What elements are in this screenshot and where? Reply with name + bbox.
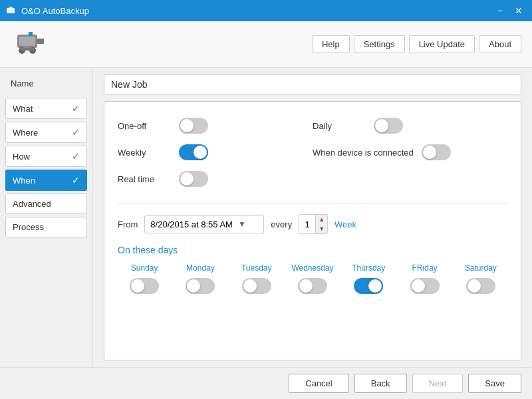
schedule-grid: One-off Weekly [118,112,507,203]
tuesday-toggle[interactable] [242,278,271,294]
date-select[interactable]: 8/20/2015 at 8:55 AM ▼ [144,215,264,233]
real-time-row: Real time [118,166,313,192]
sidebar-item-what-label: What [13,104,33,114]
spinner-value: 1 [299,217,315,232]
usb-logo-icon [14,28,47,61]
thursday-toggle[interactable] [354,278,383,294]
days-grid: Sunday Monday [118,263,507,294]
one-off-label: One-off [118,121,171,131]
one-off-row: One-off [118,112,313,139]
live-update-button[interactable]: Live Update [409,35,475,53]
sidebar-item-where[interactable]: Where ✓ [5,122,87,143]
spinner-down-button[interactable]: ▼ [316,224,327,233]
app-title: O&O AutoBackup [21,6,89,16]
next-button[interactable]: Next [412,374,464,393]
weekly-label: Weekly [118,148,171,158]
days-title: On these days [118,245,507,255]
when-device-toggle[interactable] [422,144,451,160]
number-spinner[interactable]: 1 ▲ ▼ [299,214,328,234]
friday-thumb [412,279,425,293]
svg-rect-1 [9,7,13,9]
thursday-label: Thursday [352,263,385,273]
title-bar-controls: − ✕ [492,3,527,19]
schedule-left: One-off Weekly [118,112,313,192]
monday-label: Monday [186,263,215,273]
svg-rect-7 [21,48,34,51]
job-name-input[interactable] [104,74,521,94]
close-button[interactable]: ✕ [511,3,527,19]
sidebar-item-what[interactable]: What ✓ [5,98,87,119]
app-icon [5,5,16,16]
logo [11,28,51,61]
help-button[interactable]: Help [312,35,350,53]
thursday-col: Thursday [342,263,395,294]
what-check-icon: ✓ [72,103,80,114]
sidebar-item-advanced[interactable]: Advanced [5,194,87,214]
sidebar-item-advanced-label: Advanced [13,199,51,209]
weekly-row: Weekly [118,139,313,166]
daily-thumb [375,119,388,132]
monday-col: Monday [174,263,227,294]
main-panel: One-off Weekly [93,68,532,367]
saturday-label: Saturday [465,263,497,273]
real-time-thumb [180,172,194,186]
wednesday-toggle[interactable] [298,278,327,294]
saturday-toggle[interactable] [466,278,495,294]
where-check-icon: ✓ [72,127,80,138]
svg-rect-4 [37,39,44,44]
sidebar-item-process-label: Process [13,222,44,232]
days-section: On these days Sunday Monday [118,245,507,294]
minimize-button[interactable]: − [492,3,508,19]
saturday-col: Saturday [454,263,507,294]
daily-label: Daily [313,121,366,131]
real-time-toggle[interactable] [179,171,208,187]
real-time-label: Real time [118,174,171,184]
friday-label: FRiday [412,263,438,273]
when-device-row: When device is connected [313,139,507,166]
friday-col: FRiday [398,263,451,294]
title-bar-left: O&O AutoBackup [5,5,89,16]
one-off-thumb [180,119,194,132]
svg-rect-8 [29,32,33,36]
sidebar-item-how[interactable]: How ✓ [5,146,87,167]
sidebar-item-process[interactable]: Process [5,217,87,237]
svg-rect-0 [7,8,15,13]
sunday-col: Sunday [118,263,171,294]
daily-row: Daily [313,112,507,139]
when-check-icon: ✓ [72,175,80,186]
tuesday-label: Tuesday [241,263,272,273]
saturday-thumb [467,279,481,293]
settings-button[interactable]: Settings [354,35,405,53]
sidebar: Name What ✓ Where ✓ How ✓ When ✓ Advance… [0,68,93,367]
weekly-toggle[interactable] [179,144,208,160]
date-value: 8/20/2015 at 8:55 AM [150,219,233,229]
tuesday-col: Tuesday [230,263,283,294]
spinner-arrows: ▲ ▼ [315,215,327,233]
schedule-panel: One-off Weekly [104,101,521,360]
svg-rect-3 [19,37,35,46]
sidebar-item-how-label: How [13,152,30,162]
schedule-right: Daily When device is connected [313,112,507,192]
wednesday-thumb [299,279,313,293]
sunday-toggle[interactable] [130,278,159,294]
one-off-toggle[interactable] [179,118,208,134]
sidebar-item-when-label: When [13,176,35,186]
save-button[interactable]: Save [468,374,521,393]
wednesday-col: Wednesday [286,263,339,294]
about-button[interactable]: About [479,35,521,53]
wednesday-label: Wednesday [291,263,333,273]
header: Help Settings Live Update About [0,21,532,68]
when-device-thumb [423,146,436,159]
sidebar-item-where-label: Where [13,128,38,138]
back-button[interactable]: Back [354,374,407,393]
monday-toggle[interactable] [186,278,215,294]
cancel-button[interactable]: Cancel [289,374,348,393]
spinner-up-button[interactable]: ▲ [316,215,327,224]
week-label: Week [334,219,356,229]
when-device-label: When device is connected [313,148,414,158]
from-label: From [118,219,138,229]
daily-toggle[interactable] [374,118,403,134]
sidebar-item-when[interactable]: When ✓ [5,170,87,191]
footer: Cancel Back Next Save [0,367,532,399]
friday-toggle[interactable] [410,278,440,294]
